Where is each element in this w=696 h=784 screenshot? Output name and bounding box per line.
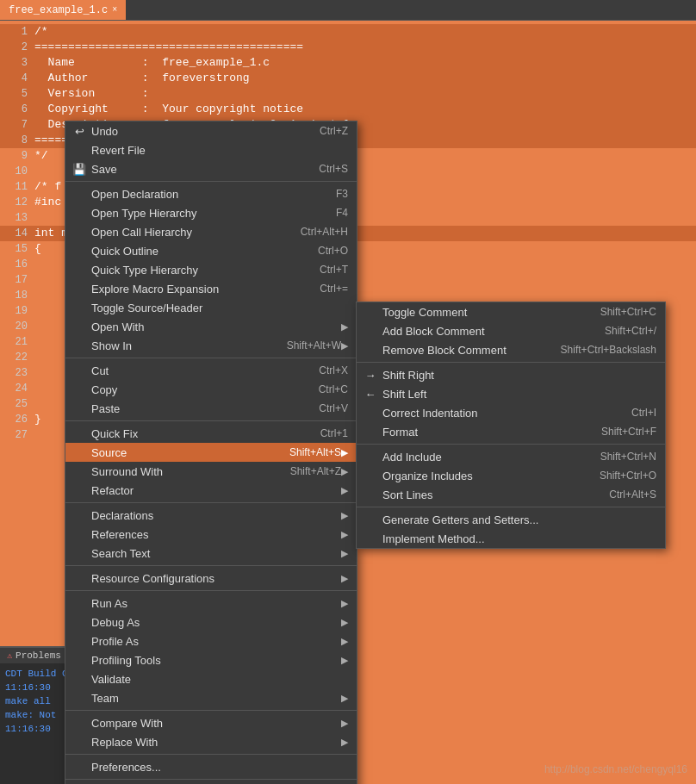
line-number: 4 <box>3 71 28 86</box>
submenu-arrow: ▶ <box>341 737 348 748</box>
menu-item[interactable]: Show InShift+Alt+W▶ <box>65 336 357 355</box>
line-number: 25 <box>3 396 28 412</box>
submenu-arrow: ▶ <box>341 718 348 729</box>
submenu-item[interactable]: Correct IndentationCtrl+I <box>357 403 665 422</box>
menu-item[interactable]: References▶ <box>65 525 357 544</box>
menu-item[interactable]: PasteCtrl+V <box>65 399 357 418</box>
submenu-item[interactable]: FormatShift+Ctrl+F <box>357 422 665 441</box>
submenu-item[interactable]: Sort LinesCtrl+Alt+S <box>357 485 665 504</box>
submenu-item[interactable]: Toggle CommentShift+Ctrl+C <box>357 302 665 321</box>
menu-item[interactable]: Search Text▶ <box>65 544 357 563</box>
menu-item[interactable]: Explore Macro ExpansionCtrl+= <box>65 279 357 298</box>
line-number: 13 <box>3 210 28 226</box>
editor-line: 2=======================================… <box>0 40 696 55</box>
line-content: int m <box>34 226 68 241</box>
submenu-arrow: ▶ <box>341 447 348 458</box>
line-number: 15 <box>3 241 28 257</box>
menu-item[interactable]: ↩UndoCtrl+Z <box>65 121 357 140</box>
submenu-shortcut: Shift+Ctrl+N <box>600 451 656 463</box>
submenu-shortcut: Ctrl+I <box>631 407 656 419</box>
submenu-item[interactable]: Add Block CommentShift+Ctrl+/ <box>357 321 665 340</box>
editor-tab[interactable]: free_example_1.c × <box>0 0 126 20</box>
submenu-shortcut: Ctrl+Alt+S <box>609 488 656 501</box>
menu-shortcut: F3 <box>336 188 348 200</box>
menu-item[interactable]: Debug As▶ <box>65 613 357 632</box>
menu-label: Open Call Hierarchy <box>91 226 283 239</box>
menu-separator <box>65 754 357 755</box>
menu-item[interactable]: Preferences... <box>65 757 357 776</box>
menu-label: Profile As <box>91 635 341 648</box>
tab-title: free_example_1.c <box>9 4 108 16</box>
menu-item[interactable]: Quick OutlineCtrl+O <box>65 241 357 260</box>
menu-label: Open Type Hierarchy <box>91 207 319 220</box>
menu-item[interactable]: Revert File <box>65 140 357 159</box>
submenu-arrow: ▶ <box>341 693 348 704</box>
menu-label: Compare With <box>91 717 341 730</box>
menu-item[interactable]: Open DeclarationF3 <box>65 184 357 203</box>
line-number: 6 <box>3 102 28 117</box>
submenu-item[interactable]: Add IncludeShift+Ctrl+N <box>357 447 665 466</box>
menu-label: Quick Type Hierarchy <box>91 264 302 277</box>
menu-label: Paste <box>91 402 301 415</box>
line-number: 2 <box>3 40 28 55</box>
menu-item-icon: ↩ <box>71 125 88 138</box>
line-content: ======================================== <box>34 40 303 55</box>
line-content: Copyright : Your copyright notice <box>34 102 303 117</box>
menu-shortcut: Ctrl+Alt+H <box>301 226 348 238</box>
line-number: 17 <box>3 272 28 288</box>
menu-item[interactable]: Quick Type HierarchyCtrl+T <box>65 260 357 279</box>
submenu-item[interactable]: →Shift Right <box>357 365 665 384</box>
submenu-item[interactable]: Generate Getters and Setters... <box>357 510 665 529</box>
line-number: 27 <box>3 427 28 443</box>
menu-label: Toggle Source/Header <box>91 302 348 314</box>
line-content: { <box>34 241 41 257</box>
menu-item[interactable]: Open Type HierarchyF4 <box>65 203 357 222</box>
menu-label: Run As <box>91 597 341 610</box>
submenu-item[interactable]: Organize IncludesShift+Ctrl+O <box>357 466 665 485</box>
menu-shortcut: Ctrl+= <box>320 283 348 295</box>
submenu-separator <box>357 362 665 363</box>
line-number: 8 <box>3 133 28 148</box>
menu-label: Refactor <box>91 484 341 497</box>
menu-item[interactable]: Declarations▶ <box>65 506 357 525</box>
menu-item[interactable]: Compare With▶ <box>65 713 357 732</box>
submenu-label: Implement Method... <box>382 532 656 545</box>
menu-label: Preferences... <box>91 761 348 774</box>
menu-shortcut: F4 <box>336 207 348 219</box>
menu-item[interactable]: Toggle Source/Header <box>65 298 357 317</box>
submenu-item[interactable]: Remove Block CommentShift+Ctrl+Backslash <box>357 340 665 359</box>
line-content: Name : free_example_1.c <box>34 55 270 71</box>
watermark: http://blog.csdn.net/chengyql16 <box>544 763 687 775</box>
menu-item[interactable]: Replace With▶ <box>65 732 357 751</box>
menu-item[interactable]: Open Call HierarchyCtrl+Alt+H <box>65 222 357 241</box>
menu-item[interactable]: Validate <box>65 669 357 688</box>
tab-bar: free_example_1.c × <box>0 0 696 21</box>
menu-shortcut: Shift+Alt+S <box>289 446 341 458</box>
menu-item[interactable]: Profile As▶ <box>65 632 357 650</box>
menu-item[interactable]: Team▶ <box>65 688 357 707</box>
menu-item[interactable]: SourceShift+Alt+S▶ <box>65 443 357 462</box>
submenu-item[interactable]: ←Shift Left <box>357 384 665 403</box>
submenu-shortcut: Shift+Ctrl+C <box>600 306 656 318</box>
line-number: 12 <box>3 195 28 210</box>
menu-item[interactable]: Refactor▶ <box>65 481 357 500</box>
menu-item[interactable]: Surround WithShift+Alt+Z▶ <box>65 462 357 481</box>
line-content: } <box>34 412 41 427</box>
menu-item[interactable]: CopyCtrl+C <box>65 380 357 399</box>
submenu-item[interactable]: Implement Method... <box>357 529 665 548</box>
menu-item[interactable]: Run As▶ <box>65 594 357 613</box>
editor-line: 5 Version : <box>0 86 696 102</box>
menu-item[interactable]: Quick FixCtrl+1 <box>65 424 357 443</box>
menu-separator <box>65 358 357 358</box>
menu-label: Explore Macro Expansion <box>91 283 302 296</box>
submenu-shortcut: Shift+Ctrl+/ <box>605 325 656 337</box>
menu-separator <box>65 590 357 591</box>
line-number: 16 <box>3 257 28 272</box>
menu-item[interactable]: Profiling Tools▶ <box>65 650 357 669</box>
menu-item[interactable]: CutCtrl+X <box>65 361 357 380</box>
menu-item[interactable]: Open With▶ <box>65 317 357 336</box>
panel-tab[interactable]: ⚠ Problems <box>0 648 68 663</box>
menu-item[interactable]: Resource Configurations▶ <box>65 569 357 588</box>
menu-item[interactable]: 💾SaveCtrl+S <box>65 159 357 178</box>
tab-close-button[interactable]: × <box>112 5 117 15</box>
